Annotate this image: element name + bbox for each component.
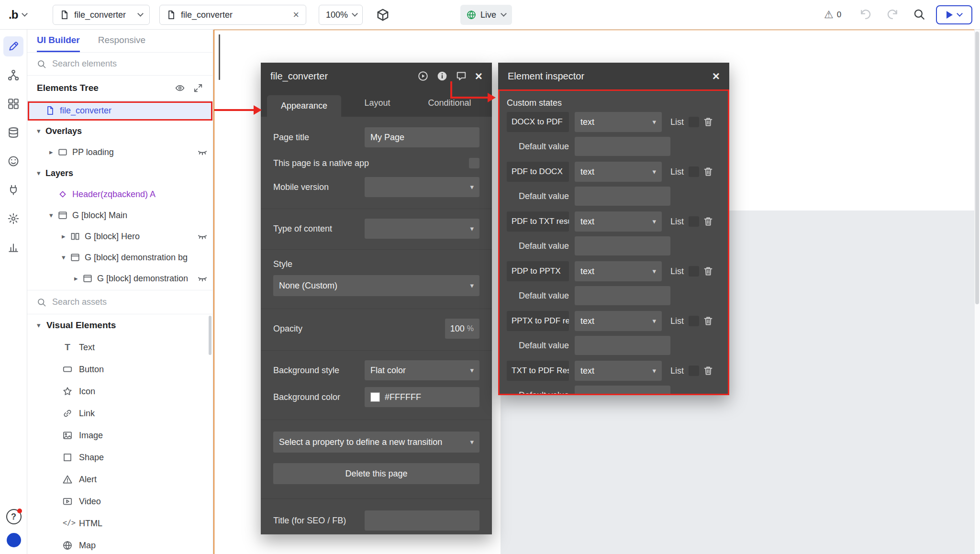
environment-selector[interactable]: Live (460, 5, 512, 25)
background-style-select[interactable]: Flat color ▾ (365, 360, 479, 380)
rail-settings-button[interactable] (3, 209, 23, 229)
delete-page-button[interactable]: Delete this page (273, 463, 479, 484)
trash-icon[interactable] (703, 366, 713, 376)
tree-item-0[interactable]: file_converter (27, 100, 212, 121)
component-library-icon[interactable] (376, 8, 390, 22)
default-value-input[interactable] (575, 236, 670, 255)
canvas-scrollbar[interactable] (974, 30, 980, 554)
tree-item-8[interactable]: ▸G [block] demonstration (27, 268, 212, 289)
palette-item-icon[interactable]: Icon (27, 380, 212, 402)
search-elements-input[interactable] (52, 59, 203, 69)
tree-section-3[interactable]: ▾Layers (27, 163, 212, 184)
palette-item-alert[interactable]: Alert (27, 468, 212, 490)
color-swatch[interactable] (370, 392, 380, 402)
state-name-input[interactable]: PDP to PPTX (507, 261, 569, 281)
comment-icon[interactable] (456, 71, 467, 81)
tree-section-1[interactable]: ▾Overlays (27, 121, 212, 142)
rail-data-button[interactable] (3, 122, 23, 143)
caret-right-icon[interactable]: ▸ (49, 148, 58, 156)
bubble-logo[interactable]: .b (9, 0, 27, 30)
default-value-input[interactable] (575, 137, 670, 156)
property-editor-header[interactable]: file_converter × (261, 63, 492, 89)
native-app-checkbox[interactable] (469, 158, 479, 168)
state-name-input[interactable]: DOCX to PDF (507, 112, 569, 132)
state-name-input[interactable]: PDF to TXT resu (507, 211, 569, 232)
state-name-input[interactable]: PPTX to PDF re (507, 311, 569, 331)
eye-icon[interactable] (175, 83, 185, 93)
tab-ui-builder[interactable]: UI Builder (37, 30, 80, 52)
preview-element-icon[interactable] (418, 71, 428, 81)
expand-icon[interactable] (193, 83, 203, 93)
palette-item-map[interactable]: Map (27, 534, 212, 554)
state-type-select[interactable]: text▾ (575, 112, 662, 132)
state-type-select[interactable]: text▾ (575, 311, 662, 331)
visual-elements-header[interactable]: ▾ Visual Elements (27, 314, 212, 336)
list-checkbox[interactable] (689, 266, 699, 277)
palette-item-text[interactable]: TText (27, 336, 212, 358)
trash-icon[interactable] (703, 266, 713, 277)
list-checkbox[interactable] (689, 166, 699, 177)
type-of-content-select[interactable]: ▾ (365, 219, 479, 239)
list-checkbox[interactable] (689, 117, 699, 127)
default-value-input[interactable] (575, 286, 670, 305)
caret-down-icon[interactable]: ▾ (62, 253, 70, 262)
sidebar-scrollbar[interactable] (209, 316, 212, 355)
seo-title-input[interactable] (365, 510, 479, 531)
help-button[interactable]: ? (6, 509, 22, 524)
state-name-input[interactable]: PDF to DOCX (507, 162, 569, 182)
rail-plugins-button[interactable] (3, 180, 23, 200)
background-color-input[interactable]: #FFFFFF (365, 387, 479, 407)
rail-workflow-button[interactable] (3, 65, 23, 85)
rail-design-button[interactable] (3, 36, 23, 56)
page-selector[interactable]: file_converter (53, 5, 150, 25)
tree-item-6[interactable]: ▸G [block] Hero (27, 226, 212, 247)
open-tab[interactable]: file_converter × (159, 5, 306, 25)
caret-down-icon[interactable]: ▾ (37, 169, 45, 177)
rail-styles-button[interactable] (3, 151, 23, 171)
caret-down-icon[interactable]: ▾ (49, 211, 58, 220)
tab-responsive[interactable]: Responsive (98, 30, 145, 52)
tree-item-2[interactable]: ▸PP loading (27, 142, 212, 163)
inspect-info-icon[interactable] (437, 71, 447, 81)
preview-button[interactable] (936, 5, 972, 24)
state-name-input[interactable]: TXT to PDF Res (507, 361, 569, 381)
page-title-input[interactable]: My Page (365, 127, 479, 147)
transition-select[interactable]: Select a property to define a new transi… (273, 432, 479, 453)
undo-icon[interactable] (859, 8, 872, 21)
palette-item-shape[interactable]: Shape (27, 446, 212, 468)
trash-icon[interactable] (703, 166, 713, 177)
caret-right-icon[interactable]: ▸ (62, 232, 70, 241)
search-icon[interactable] (913, 8, 925, 21)
palette-item-html[interactable]: </>HTML (27, 512, 212, 534)
list-checkbox[interactable] (689, 316, 699, 326)
tree-item-4[interactable]: Header(zqbackend) A (27, 184, 212, 205)
canvas-scrollbar-thumb[interactable] (975, 32, 979, 304)
opacity-input[interactable]: 100 % (445, 319, 479, 339)
avatar[interactable] (7, 533, 21, 547)
tab-appearance[interactable]: Appearance (267, 95, 341, 117)
state-type-select[interactable]: text▾ (575, 261, 662, 281)
close-tab-icon[interactable]: × (293, 10, 299, 20)
mobile-version-select[interactable]: ▾ (365, 177, 479, 197)
rail-components-button[interactable] (3, 94, 23, 114)
palette-item-link[interactable]: Link (27, 402, 212, 424)
caret-down-icon[interactable]: ▾ (37, 127, 45, 135)
close-icon[interactable]: × (713, 70, 720, 82)
tab-conditional[interactable]: Conditional (413, 89, 486, 117)
trash-icon[interactable] (703, 216, 713, 227)
trash-icon[interactable] (703, 117, 713, 127)
tree-item-5[interactable]: ▾G [block] Main (27, 205, 212, 226)
caret-right-icon[interactable]: ▸ (74, 274, 83, 283)
search-assets-input[interactable] (52, 297, 203, 307)
redo-icon[interactable] (886, 8, 899, 21)
style-select[interactable]: None (Custom) ▾ (273, 275, 479, 296)
close-icon[interactable]: × (475, 70, 482, 82)
palette-item-image[interactable]: Image (27, 424, 212, 446)
list-checkbox[interactable] (689, 216, 699, 227)
palette-item-video[interactable]: Video (27, 490, 212, 512)
state-type-select[interactable]: text▾ (575, 361, 662, 381)
list-checkbox[interactable] (689, 366, 699, 376)
trash-icon[interactable] (703, 316, 713, 326)
palette-item-button[interactable]: Button (27, 358, 212, 380)
default-value-input[interactable] (575, 187, 670, 206)
